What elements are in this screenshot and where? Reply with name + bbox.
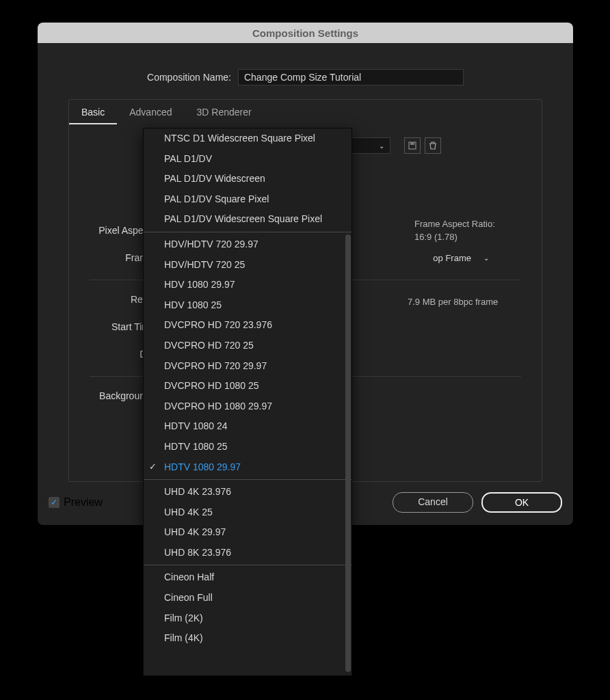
dropdown-item[interactable]: NTSC D1 Widescreen Square Pixel	[144, 129, 352, 149]
preset-dropdown[interactable]: NTSC D1 Widescreen Square PixelPAL D1/DV…	[143, 128, 352, 676]
res-info: 7.9 MB per 8bpc frame	[408, 295, 498, 309]
dropdown-item[interactable]: HDTV 1080 25	[144, 437, 352, 457]
dropdown-item-label: Film (2K)	[164, 612, 203, 623]
comp-name-row: Composition Name:	[68, 69, 542, 85]
comp-name-input[interactable]	[238, 69, 464, 85]
dropdown-scrollbar[interactable]	[345, 234, 351, 672]
dropdown-item-label: PAL D1/DV Widescreen	[164, 173, 265, 184]
dropdown-item[interactable]: ✓HDTV 1080 29.97	[144, 457, 352, 478]
dropdown-item-label: HDTV 1080 24	[164, 420, 228, 431]
dropdown-item-label: PAL D1/DV Widescreen Square Pixel	[164, 213, 322, 224]
dropdown-item[interactable]: DVCPRO HD 1080 25	[144, 376, 352, 396]
tabs: Basic Advanced 3D Renderer	[69, 100, 542, 125]
dropdown-item-label: DVCPRO HD 1080 29.97	[164, 401, 272, 412]
dropdown-item-label: DVCPRO HD 720 25	[164, 340, 254, 351]
dropdown-item[interactable]: DVCPRO HD 1080 29.97	[144, 396, 352, 417]
preset-icon-buttons	[404, 137, 441, 154]
dropdown-item[interactable]: Cineon Full	[144, 588, 352, 608]
dropdown-item[interactable]: UHD 4K 29.97	[144, 522, 352, 543]
dropdown-item-label: NTSC D1 Widescreen Square Pixel	[164, 133, 315, 144]
check-icon: ✓	[149, 461, 157, 473]
dropdown-item[interactable]: PAL D1/DV Widescreen Square Pixel	[144, 209, 352, 230]
cancel-button[interactable]: Cancel	[393, 492, 473, 513]
dropdown-item[interactable]: HDV/HDTV 720 25	[144, 255, 352, 275]
dropdown-item-label: PAL D1/DV	[164, 153, 212, 164]
dropdown-item-label: UHD 8K 23.976	[164, 547, 231, 558]
drop-frame-select[interactable]: op Frame ⌄	[411, 250, 493, 266]
dialog-title: Composition Settings	[252, 27, 358, 39]
dropdown-separator	[144, 479, 352, 480]
dropdown-item-label: Cineon Full	[164, 592, 213, 603]
dropdown-item-label: HDV/HDTV 720 29.97	[164, 239, 258, 250]
dropdown-item-label: HDV 1080 25	[164, 299, 222, 310]
dropdown-item-label: Film (4K)	[164, 632, 203, 643]
dropdown-item[interactable]: UHD 4K 23.976	[144, 482, 352, 502]
button-row: Cancel OK	[393, 492, 562, 513]
dropdown-item-label: PAL D1/DV Square Pixel	[164, 193, 269, 204]
drop-frame-value: op Frame	[433, 253, 471, 263]
tab-advanced[interactable]: Advanced	[117, 100, 184, 124]
dropdown-separator	[144, 232, 352, 232]
dropdown-item[interactable]: PAL D1/DV	[144, 149, 352, 170]
dropdown-item-label: HDTV 1080 25	[164, 441, 228, 452]
aspect-value: 16:9 (1.78)	[414, 230, 495, 244]
ok-button[interactable]: OK	[481, 492, 562, 513]
dropdown-item[interactable]: DVCPRO HD 720 25	[144, 336, 352, 356]
dropdown-item-label: UHD 4K 29.97	[164, 526, 226, 537]
dropdown-item[interactable]: Cineon Half	[144, 567, 352, 588]
preview-checkbox[interactable]: ✓	[49, 497, 59, 508]
dropdown-item-label: UHD 4K 25	[164, 507, 213, 517]
dropdown-item[interactable]: UHD 4K 25	[144, 502, 352, 523]
preview-check[interactable]: ✓ Preview	[49, 496, 103, 509]
dropdown-item[interactable]: HDV 1080 25	[144, 295, 352, 316]
dropdown-item-label: Cineon Half	[164, 571, 214, 582]
dropdown-item[interactable]: HDTV 1080 24	[144, 416, 352, 437]
dropdown-item[interactable]: UHD 8K 23.976	[144, 543, 352, 563]
preview-label: Preview	[64, 496, 103, 509]
save-preset-icon[interactable]	[404, 137, 421, 154]
dropdown-item[interactable]: PAL D1/DV Widescreen	[144, 169, 352, 189]
dropdown-separator	[144, 565, 352, 565]
tab-basic[interactable]: Basic	[69, 100, 117, 124]
dropdown-item-label: DVCPRO HD 720 23.976	[164, 319, 272, 330]
dropdown-item[interactable]: HDV 1080 29.97	[144, 275, 352, 295]
aspect-label: Frame Aspect Ratio:	[414, 217, 495, 231]
dropdown-item[interactable]: DVCPRO HD 720 23.976	[144, 315, 352, 336]
chevron-down-icon: ⌄	[379, 142, 384, 150]
comp-name-label: Composition Name:	[147, 72, 231, 83]
dropdown-item[interactable]: Film (2K)	[144, 608, 352, 629]
dropdown-item-label: HDV 1080 29.97	[164, 279, 235, 290]
dropdown-item-label: HDV/HDTV 720 25	[164, 259, 245, 270]
titlebar: Composition Settings	[38, 23, 573, 43]
frame-aspect-info: Frame Aspect Ratio: 16:9 (1.78)	[414, 217, 495, 244]
dropdown-item-label: DVCPRO HD 720 29.97	[164, 360, 267, 371]
dropdown-item[interactable]: Film (4K)	[144, 628, 352, 649]
tab-renderer[interactable]: 3D Renderer	[185, 100, 264, 124]
dropdown-item[interactable]: DVCPRO HD 720 29.97	[144, 356, 352, 377]
dropdown-item[interactable]: HDV/HDTV 720 29.97	[144, 234, 352, 255]
dropdown-item-label: HDTV 1080 29.97	[164, 461, 241, 472]
dropdown-item[interactable]: PAL D1/DV Square Pixel	[144, 189, 352, 210]
dropdown-item-label: DVCPRO HD 1080 25	[164, 380, 259, 391]
trash-icon[interactable]	[425, 137, 441, 154]
chevron-down-icon: ⌄	[483, 254, 489, 262]
svg-rect-1	[410, 142, 414, 145]
dropdown-item-label: UHD 4K 23.976	[164, 486, 231, 497]
